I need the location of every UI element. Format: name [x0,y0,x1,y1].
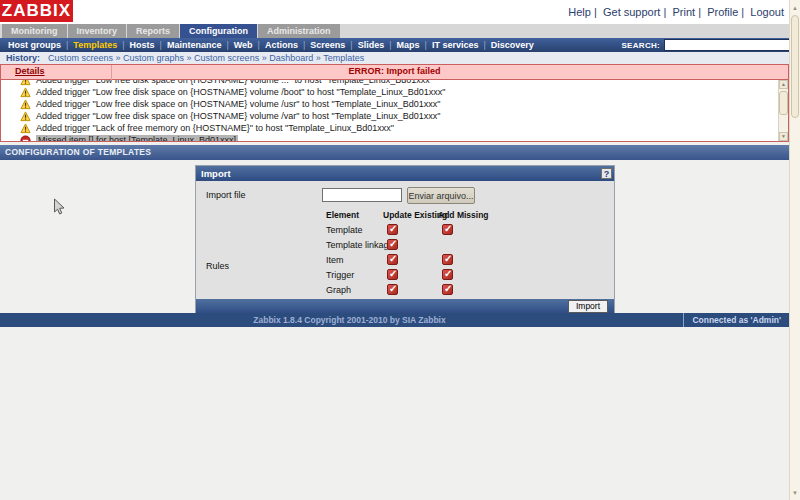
subnav-screens[interactable]: Screens [298,40,345,50]
rule-label: Graph [326,285,383,295]
warning-icon [20,111,31,122]
scroll-up-icon[interactable]: ▲ [779,80,788,89]
browse-file-button[interactable]: Enviar arquivo... [407,187,475,204]
rules-table-header: Element Update Existing Add Missing [326,208,614,222]
rule-row-graph: Graph [326,282,614,297]
scroll-down-icon[interactable]: ▼ [790,489,800,497]
scroll-down-icon[interactable]: ▼ [779,132,788,141]
subnav-host-groups[interactable]: Host groups [8,40,61,50]
page-scrollbar-thumb[interactable] [791,15,799,118]
checkbox-template-update[interactable] [387,224,398,235]
import-panel: Import ? Import file Enviar arquivo... R… [195,165,615,315]
profile-link[interactable]: Profile [695,6,738,18]
rule-label: Trigger [326,270,383,280]
import-file-label: Import file [206,190,246,200]
warning-icon [20,87,31,98]
section-title-bar: CONFIGURATION OF TEMPLATES [0,145,789,160]
import-file-input[interactable] [322,188,402,202]
history-item-4[interactable]: Dashboard [259,53,313,63]
checkbox-trigger-add[interactable] [442,269,453,280]
help-link[interactable]: Help [568,6,591,18]
log-text-selected: Missed item [] for host [Template_Linux_… [36,135,238,141]
subnav-discovery[interactable]: Discovery [478,40,533,50]
error-message: ERROR: Import failed [1,66,788,76]
import-submit-button[interactable]: Import [568,300,608,313]
logout-link[interactable]: Logout [738,6,784,18]
rule-row-trigger: Trigger [326,267,614,282]
history-item-1[interactable]: Custom screens [48,53,113,63]
top-links: HelpGet supportPrintProfileLogout [568,6,784,18]
scroll-up-icon[interactable]: ▲ [790,4,800,12]
log-scrollbar[interactable]: ▲ ▼ [778,80,788,141]
top-header: ZABBIX HelpGet supportPrintProfileLogout [0,0,800,24]
log-text: Added trigger "Low free disk space on {H… [36,80,433,85]
search-box: SEARCH: [621,39,792,51]
log-text: Added trigger "Lack of free memory on {H… [36,123,394,133]
history-item-3[interactable]: Custom screens [184,53,259,63]
log-row: Added trigger "Lack of free memory on {H… [1,122,788,134]
log-row: Added trigger "Low free disk space on {H… [1,110,788,122]
subnav-web[interactable]: Web [221,40,252,50]
page-scrollbar[interactable]: ▲ ▼ [789,0,800,500]
col-element: Element [326,210,383,220]
error-banner: Details ERROR: Import failed [1,65,788,80]
import-error-region: Details ERROR: Import failed Added trigg… [0,64,789,142]
history-bar: History: Custom screens Custom graphs Cu… [0,52,800,64]
col-update-existing: Update Existing [383,210,438,220]
checkbox-template-add[interactable] [442,224,453,235]
subnav-maintenance[interactable]: Maintenance [155,40,222,50]
subnav-it-services[interactable]: IT services [420,40,479,50]
tab-monitoring[interactable]: Monitoring [2,24,67,38]
log-row: Added trigger "Low free disk space on {H… [1,86,788,98]
tab-configuration[interactable]: Configuration [180,24,257,38]
rule-row-item: Item [326,252,614,267]
subnav-templates[interactable]: Templates [61,40,117,50]
checkbox-graph-add[interactable] [442,284,453,295]
get-support-link[interactable]: Get support [591,6,661,18]
warning-icon [20,99,31,110]
tab-reports[interactable]: Reports [127,24,179,38]
rule-label: Template linkage [326,240,383,250]
import-file-row: Import file Enviar arquivo... [196,186,614,208]
main-tab-strip: Monitoring Inventory Reports Configurati… [0,24,800,38]
subnav-hosts[interactable]: Hosts [117,40,154,50]
search-label: SEARCH: [621,41,660,50]
log-text: Added trigger "Low free disk space on {H… [36,87,446,97]
tab-administration[interactable]: Administration [258,24,340,38]
error-icon [20,135,31,142]
rules-table: Element Update Existing Add Missing Temp… [326,208,614,297]
tab-inventory[interactable]: Inventory [68,24,127,38]
rules-label: Rules [206,261,229,271]
subnav-maps[interactable]: Maps [384,40,419,50]
checkbox-item-add[interactable] [442,254,453,265]
import-panel-body: Import file Enviar arquivo... Rules Elem… [196,181,614,299]
history-item-2[interactable]: Custom graphs [113,53,184,63]
search-input[interactable] [664,39,792,51]
log-row: Added trigger "Low free disk space on {H… [1,98,788,110]
rule-row-template-linkage: Template linkage [326,237,614,252]
copyright-text: Zabbix 1.8.4 Copyright 2001-2010 by SIA … [0,313,699,327]
log-text: Added trigger "Low free disk space on {H… [36,99,440,109]
checkbox-item-update[interactable] [387,254,398,265]
connected-as-text: Connected as 'Admin' [683,313,789,327]
log-scrollbar-thumb[interactable] [779,91,788,115]
rule-label: Item [326,255,383,265]
zabbix-logo: ZABBIX [0,0,73,22]
help-icon[interactable]: ? [601,168,612,179]
checkbox-trigger-update[interactable] [387,269,398,280]
history-item-5[interactable]: Templates [313,53,364,63]
import-panel-footer: Import [196,299,614,314]
subnav-actions[interactable]: Actions [253,40,298,50]
history-label: History: [6,53,40,63]
checkbox-graph-update[interactable] [387,284,398,295]
subnav-slides[interactable]: Slides [345,40,384,50]
rule-row-template: Template [326,222,614,237]
checkbox-linkage-update[interactable] [387,239,398,250]
page-footer: Zabbix 1.8.4 Copyright 2001-2010 by SIA … [0,313,789,327]
print-link[interactable]: Print [660,6,695,18]
warning-icon [20,80,31,86]
log-row-error: Missed item [] for host [Template_Linux_… [1,134,788,141]
mouse-cursor-icon [53,198,66,220]
import-panel-header: Import ? [196,166,614,181]
warning-icon [20,123,31,134]
